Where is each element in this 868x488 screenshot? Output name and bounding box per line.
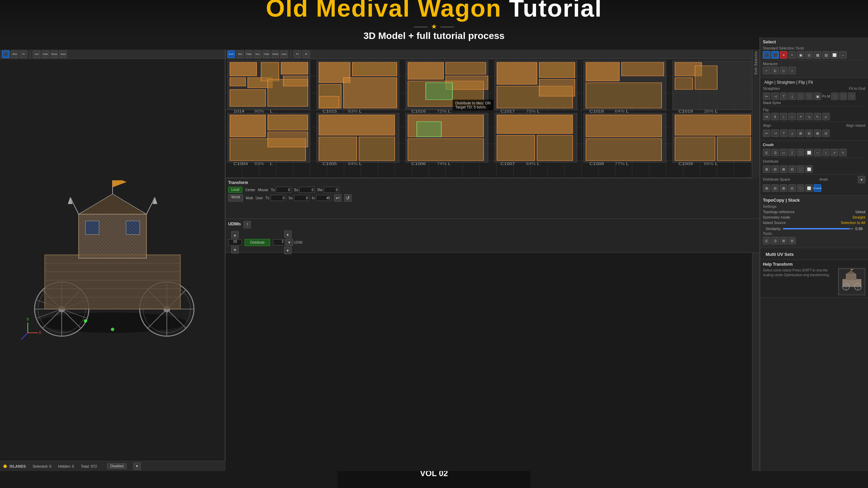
udims-up-btn[interactable]: ▲ bbox=[231, 231, 239, 239]
crush-3[interactable]: — bbox=[780, 149, 787, 156]
str-8[interactable]: ⬛ bbox=[831, 93, 839, 100]
dist-4[interactable]: ⊡ bbox=[788, 165, 796, 173]
uv-mode-show[interactable]: Show bbox=[272, 50, 279, 58]
str-4[interactable]: ⊥ bbox=[788, 93, 796, 100]
sel-tool-sq1[interactable]: ▣ bbox=[797, 51, 804, 59]
transform-rw-input[interactable] bbox=[324, 187, 339, 193]
viewport-btn-isol[interactable]: Isol bbox=[33, 50, 40, 58]
transform-su-input[interactable] bbox=[299, 187, 315, 193]
align-1[interactable]: ⊢ bbox=[763, 129, 770, 137]
align-6[interactable]: ⊟ bbox=[805, 129, 813, 137]
flip-2[interactable]: ⇕ bbox=[771, 113, 779, 120]
flip-7[interactable]: ↖ bbox=[814, 113, 821, 120]
transform-local-btn[interactable]: Local bbox=[228, 187, 242, 193]
sel-tool-sq2[interactable]: ▦ bbox=[814, 51, 821, 59]
crush-4[interactable]: | bbox=[788, 149, 796, 156]
flip-8[interactable]: ↙ bbox=[822, 113, 830, 120]
viewport-btn-hide[interactable]: Hide bbox=[42, 50, 49, 58]
disabled-dropdown[interactable]: ▼ bbox=[133, 463, 141, 470]
sel-tool-1[interactable]: ⬛ bbox=[763, 51, 770, 59]
crush-1[interactable]: ⊏ bbox=[763, 149, 770, 156]
marquee-1[interactable]: ⌐ bbox=[763, 67, 770, 74]
marquee-4[interactable]: ○ bbox=[788, 67, 796, 74]
transform-reset-btn[interactable]: ↺ bbox=[344, 194, 352, 202]
viewport-mode-flats[interactable]: Fl bbox=[20, 50, 27, 58]
udim-up-btn[interactable]: ▲ bbox=[284, 230, 292, 238]
ds-5[interactable]: ⬛ bbox=[797, 184, 804, 192]
ds-enable[interactable]: Enable bbox=[814, 184, 821, 192]
flip-6[interactable]: ↘ bbox=[805, 113, 813, 120]
topo-3[interactable]: ⊞ bbox=[780, 237, 787, 244]
uv-mode-auto[interactable]: Auto bbox=[280, 50, 288, 58]
ds-4[interactable]: ⊡ bbox=[788, 184, 796, 192]
crush-9[interactable]: ⤢ bbox=[831, 149, 838, 156]
flip-1[interactable]: ⇔ bbox=[763, 113, 770, 120]
similarity-slider[interactable] bbox=[783, 228, 853, 229]
crush-2[interactable]: ⊐ bbox=[771, 149, 779, 156]
topo-1[interactable]: ⊏ bbox=[763, 237, 770, 244]
uv-mode-both[interactable]: Both bbox=[228, 50, 235, 58]
str-3[interactable]: ⊤ bbox=[780, 93, 787, 100]
topo-2[interactable]: ⊐ bbox=[771, 237, 779, 244]
str-2[interactable]: ⊣ bbox=[771, 93, 779, 100]
uv-mode-hide[interactable]: Hide bbox=[263, 50, 270, 58]
str-7[interactable]: ▣ bbox=[814, 93, 821, 100]
transform-apply-btn[interactable]: ↩ bbox=[334, 194, 341, 202]
align-5[interactable]: ⊞ bbox=[797, 129, 804, 137]
crush-8[interactable]: ↕ bbox=[822, 149, 830, 156]
sel-tool-sq3[interactable]: ▧ bbox=[822, 51, 830, 59]
udims-help-btn[interactable]: ? bbox=[243, 221, 251, 228]
align-8[interactable]: ⊡ bbox=[822, 129, 830, 137]
align-3[interactable]: ⊤ bbox=[780, 129, 787, 137]
uv-mode-px[interactable]: Px bbox=[294, 50, 301, 58]
transform-tv-input[interactable] bbox=[271, 195, 286, 201]
transform-world-btn[interactable]: World bbox=[228, 194, 243, 202]
crush-7[interactable]: ↔ bbox=[814, 149, 821, 156]
transform-in-input[interactable] bbox=[316, 195, 331, 201]
udim-dropdown[interactable]: ▼ bbox=[285, 239, 293, 246]
udim-down-btn[interactable]: ▼ bbox=[284, 247, 292, 254]
crush-10[interactable]: ⤡ bbox=[839, 149, 847, 156]
uv-mode-3ds[interactable]: 3Ds bbox=[236, 50, 244, 58]
viewport-mode-both[interactable]: ⬛ bbox=[2, 50, 9, 58]
marquee-2[interactable]: ⊏ bbox=[771, 67, 779, 74]
topo-4[interactable]: ⊟ bbox=[788, 237, 796, 244]
sel-tool-arrow[interactable]: → bbox=[839, 51, 847, 59]
flip-3[interactable]: ↕ bbox=[780, 113, 787, 120]
crush-5[interactable]: ⬛ bbox=[797, 149, 804, 156]
dist-2[interactable]: ⊟ bbox=[771, 165, 779, 173]
flip-4[interactable]: ↔ bbox=[788, 113, 796, 120]
uv-mode-flats[interactable]: Flats bbox=[245, 50, 253, 58]
udim-val[interactable]: 2 bbox=[273, 239, 285, 245]
marquee-3[interactable]: ◇ bbox=[780, 67, 787, 74]
uv-mode-isol[interactable]: Isol. bbox=[254, 50, 261, 58]
crush-6[interactable]: ⬜ bbox=[805, 149, 813, 156]
align-4[interactable]: ⊥ bbox=[788, 129, 796, 137]
str-5[interactable]: ⬛ bbox=[797, 93, 804, 100]
transform-sv-input[interactable] bbox=[294, 195, 309, 201]
viewport-btn-auto[interactable]: Auto bbox=[59, 50, 67, 58]
viewport-mode-3ds[interactable]: 3Ds bbox=[11, 50, 18, 58]
ds-2[interactable]: ⊟ bbox=[771, 184, 779, 192]
sel-tool-circle[interactable]: ◎ bbox=[805, 51, 813, 59]
str-1[interactable]: ⊢ bbox=[763, 93, 770, 100]
str-6[interactable]: ⬛ bbox=[805, 93, 813, 100]
dist-5[interactable]: ⬛ bbox=[797, 165, 804, 173]
align-2[interactable]: ⊣ bbox=[771, 129, 779, 137]
udims-count[interactable]: 10 bbox=[228, 239, 242, 245]
sel-tool-x[interactable]: ✕ bbox=[780, 51, 787, 59]
dist-6[interactable]: ⬜ bbox=[805, 165, 813, 173]
udims-down-btn[interactable]: ▼ bbox=[231, 246, 239, 253]
viewport-btn-show[interactable]: Show bbox=[51, 50, 58, 58]
dist-3[interactable]: ⊠ bbox=[780, 165, 787, 173]
ds-3[interactable]: ⊠ bbox=[780, 184, 787, 192]
flip-5[interactable]: ↗ bbox=[797, 113, 804, 120]
ds-6[interactable]: ⬜ bbox=[805, 184, 813, 192]
str-10[interactable]: ⬛ bbox=[848, 93, 855, 100]
str-9[interactable]: ⬛ bbox=[840, 93, 847, 100]
sel-tool-sq4[interactable]: ⬜ bbox=[831, 51, 838, 59]
dist-1[interactable]: ⊞ bbox=[763, 165, 770, 173]
uv-mode-m[interactable]: M bbox=[302, 50, 310, 58]
ds-1[interactable]: ⊞ bbox=[763, 184, 770, 192]
disabled-btn[interactable]: Disabled bbox=[107, 463, 126, 469]
